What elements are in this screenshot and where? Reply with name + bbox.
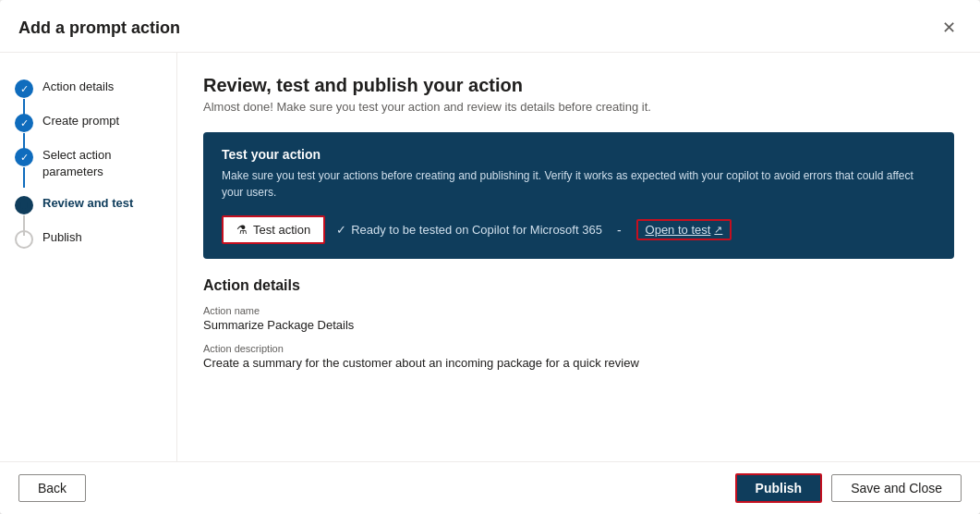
- sidebar: ✓ Action details ✓ Create prompt ✓ Selec…: [0, 53, 177, 461]
- action-name-value: Summarize Package Details: [203, 318, 954, 332]
- sidebar-item-review-and-test[interactable]: Review and test: [0, 188, 176, 222]
- action-description-item: Action description Create a summary for …: [203, 343, 954, 370]
- main-subtitle: Almost done! Make sure you test your act…: [203, 100, 954, 114]
- back-label: Back: [38, 481, 67, 496]
- test-card-actions: ⚗ Test action ✓ Ready to be tested on Co…: [222, 215, 936, 244]
- check-icon-3: ✓: [20, 152, 29, 164]
- separator: -: [617, 223, 622, 238]
- ready-text: ✓ Ready to be tested on Copilot for Micr…: [336, 223, 602, 237]
- dialog: Add a prompt action ✕ ✓ Action details ✓…: [0, 0, 980, 514]
- test-card: Test your action Make sure you test your…: [203, 132, 954, 259]
- save-close-label: Save and Close: [851, 481, 942, 496]
- test-action-button[interactable]: ⚗ Test action: [222, 215, 325, 244]
- step-indicator-5: [15, 230, 33, 249]
- main-title: Review, test and publish your action: [203, 75, 954, 96]
- sidebar-step-label-1: Action details: [42, 79, 114, 95]
- sidebar-item-publish[interactable]: Publish: [0, 222, 176, 256]
- external-link-icon: ↗: [714, 224, 722, 236]
- step-indicator-3: ✓: [15, 148, 33, 166]
- action-description-label: Action description: [203, 343, 954, 354]
- back-button[interactable]: Back: [18, 474, 86, 502]
- step-indicator-2: ✓: [15, 114, 33, 132]
- sidebar-item-action-details[interactable]: ✓ Action details: [0, 71, 176, 105]
- open-to-test-label: Open to test: [646, 223, 711, 237]
- test-action-label: Test action: [253, 223, 310, 237]
- action-name-label: Action name: [203, 305, 954, 316]
- publish-label: Publish: [756, 481, 803, 496]
- step-indicator-4: [15, 196, 33, 214]
- sidebar-step-label-5: Publish: [42, 229, 82, 246]
- action-name-item: Action name Summarize Package Details: [203, 305, 954, 332]
- sidebar-step-label-3: Select action parameters: [42, 147, 162, 180]
- footer-left: Back: [18, 474, 86, 502]
- action-details-section: Action details Action name Summarize Pac…: [203, 277, 954, 370]
- check-icon: ✓: [20, 83, 29, 95]
- step-indicator-1: ✓: [15, 80, 33, 98]
- action-details-title: Action details: [203, 277, 954, 294]
- action-description-value: Create a summary for the customer about …: [203, 356, 954, 370]
- sidebar-item-create-prompt[interactable]: ✓ Create prompt: [0, 105, 176, 140]
- sidebar-item-select-action-parameters[interactable]: ✓ Select action parameters: [0, 140, 176, 188]
- open-to-test-link[interactable]: Open to test ↗: [636, 219, 732, 240]
- dialog-header: Add a prompt action ✕: [0, 0, 980, 53]
- footer-right: Publish Save and Close: [735, 473, 962, 503]
- test-card-description: Make sure you test your actions before c…: [222, 167, 936, 201]
- sidebar-step-label-2: Create prompt: [42, 113, 119, 129]
- save-close-button[interactable]: Save and Close: [831, 474, 962, 502]
- check-icon-2: ✓: [20, 117, 29, 129]
- main-content: Review, test and publish your action Alm…: [177, 53, 980, 461]
- close-button[interactable]: ✕: [936, 15, 962, 41]
- flask-icon: ⚗: [236, 223, 248, 237]
- dialog-footer: Back Publish Save and Close: [0, 461, 980, 514]
- dialog-body: ✓ Action details ✓ Create prompt ✓ Selec…: [0, 53, 980, 461]
- publish-button[interactable]: Publish: [735, 473, 823, 503]
- sidebar-step-label-4: Review and test: [42, 195, 133, 212]
- ready-label: Ready to be tested on Copilot for Micros…: [351, 223, 602, 237]
- test-card-title: Test your action: [222, 147, 936, 162]
- dialog-title: Add a prompt action: [18, 18, 180, 38]
- main-header: Review, test and publish your action Alm…: [203, 75, 954, 114]
- step-line-3: [23, 167, 25, 188]
- active-dot: [20, 202, 28, 209]
- close-icon: ✕: [942, 18, 956, 38]
- check-ready-icon: ✓: [336, 223, 346, 237]
